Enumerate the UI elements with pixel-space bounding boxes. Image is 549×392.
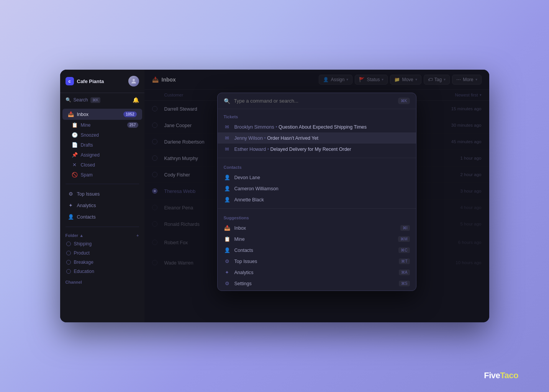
cp-ticket-label: Esther Howard • Delayed Delivery for My … [234, 147, 410, 152]
spam-icon: 🚫 [72, 172, 78, 178]
channel-section-label: Channel [60, 276, 144, 286]
contact-name: Devon Lane [234, 175, 410, 180]
cp-suggestion-inbox[interactable]: 📥 Inbox ⌘I [218, 222, 416, 234]
inbox-label: Inbox [77, 112, 89, 117]
folder-dot [66, 242, 71, 246]
inbox-badge: 1052 [123, 111, 136, 117]
sidebar-nav: 📥 Inbox 1052 📋 Mine 257 🕐 Snoozed 📄 Draf… [60, 107, 144, 181]
suggestion-kbd: ⌘S [399, 281, 410, 286]
person-icon: 👤 [224, 186, 231, 191]
folder-dot [66, 260, 71, 265]
folder-item-shipping[interactable]: Shipping [62, 239, 142, 248]
bell-icon[interactable]: 🔔 [133, 97, 139, 103]
analytics-icon: ✦ [68, 203, 74, 208]
cp-divider [218, 158, 416, 158]
contact-name: Cameron Williamson [234, 186, 410, 191]
contact-name: Annette Black [234, 197, 410, 203]
cp-suggestion-top-issues[interactable]: ⚙ Top Issues ⌘T [218, 256, 416, 267]
search-label: Search [74, 97, 88, 103]
cp-contact-item[interactable]: 👤 Annette Black [218, 194, 416, 205]
mail-icon: ✉ [224, 135, 231, 141]
sidebar-item-spam[interactable]: 🚫 Spam [68, 170, 142, 180]
sidebar-header: c Cafe Pianta [60, 70, 144, 93]
cp-contact-item[interactable]: 👤 Devon Lane [218, 172, 416, 183]
top-issues-icon: ⚙ [68, 191, 74, 197]
sidebar-item-drafts[interactable]: 📄 Drafts [68, 140, 142, 150]
sidebar-item-assigned[interactable]: 📌 Assigned [68, 150, 142, 160]
channel-label: Channel [66, 280, 82, 284]
suggestion-kbd: ⌘T [399, 258, 410, 264]
suggestion-kbd: ⌘I [400, 225, 410, 231]
folder-section-label: Folder ▲ + [60, 229, 144, 239]
cp-tickets-label: Tickets [218, 113, 416, 121]
mail-icon: ✉ [224, 124, 231, 130]
folder-label: Folder ▲ [66, 233, 84, 238]
assigned-label: Assigned [81, 152, 100, 158]
mine-icon: 📋 [72, 122, 78, 128]
suggestion-label: Top Issues [234, 259, 395, 264]
cp-suggestion-mine[interactable]: 📋 Mine ⌘M [218, 234, 416, 245]
sidebar-item-analytics[interactable]: ✦ Analytics [62, 200, 142, 211]
search-shortcut: ⌘K [90, 97, 101, 103]
snoozed-label: Snoozed [81, 132, 99, 138]
branding: FiveTaco [484, 371, 518, 381]
sidebar-item-snoozed[interactable]: 🕐 Snoozed [68, 130, 142, 140]
mine-badge: 257 [127, 122, 138, 128]
cp-suggestion-contacts[interactable]: 👤 Contacts ⌘C [218, 245, 416, 256]
folder-item-education[interactable]: Education [62, 267, 142, 276]
cp-tickets-section: Tickets ✉ Brooklyn Simmons • Question Ab… [218, 109, 416, 156]
sidebar-item-inbox[interactable]: 📥 Inbox 1052 [62, 109, 142, 120]
user-avatar[interactable] [128, 76, 139, 87]
sidebar-item-top-issues[interactable]: ⚙ Top Issues [62, 188, 142, 199]
sidebar-divider-2 [66, 227, 139, 227]
search-box[interactable]: 🔍 Search ⌘K [66, 97, 101, 103]
snoozed-icon: 🕐 [72, 132, 78, 138]
settings-suggest-icon: ⚙ [224, 281, 231, 286]
drafts-label: Drafts [81, 142, 93, 148]
inbox-icon: 📥 [68, 111, 74, 117]
contacts-suggest-icon: 👤 [224, 247, 231, 253]
sidebar-divider-1 [66, 184, 139, 184]
cp-ticket-item[interactable]: ✉ Jenny Wilson • Order Hasn't Arrived Ye… [218, 132, 416, 144]
brand-name: Cafe Pianta [77, 78, 104, 84]
suggestion-kbd: ⌘C [398, 247, 410, 253]
command-palette-overlay[interactable]: 🔍 ⌘K Tickets ✉ Brooklyn Simmons • Questi… [144, 70, 489, 322]
closed-label: Closed [81, 162, 95, 168]
folder-item-product[interactable]: Product [62, 248, 142, 258]
sidebar-item-contacts[interactable]: 👤 Contacts [62, 211, 142, 222]
search-icon: 🔍 [66, 97, 71, 103]
cp-search-icon: 🔍 [224, 98, 230, 104]
folder-item-breakage[interactable]: Breakage [62, 258, 142, 267]
inbox-suggest-icon: 📥 [224, 225, 231, 231]
search-row: 🔍 Search ⌘K 🔔 [60, 93, 144, 107]
spam-label: Spam [81, 172, 93, 178]
app-window: c Cafe Pianta 🔍 Search ⌘K 🔔 📥 Inbox 1052 [60, 70, 489, 322]
cp-search-input[interactable] [234, 98, 394, 104]
analytics-label: Analytics [77, 203, 96, 208]
cp-suggestions-label: Suggestions [218, 214, 416, 222]
folder-education-label: Education [74, 269, 94, 274]
sidebar: c Cafe Pianta 🔍 Search ⌘K 🔔 📥 Inbox 1052 [60, 70, 144, 322]
mine-suggest-icon: 📋 [224, 236, 231, 242]
sidebar-item-mine[interactable]: 📋 Mine 257 [68, 120, 142, 130]
cp-contact-item[interactable]: 👤 Cameron Williamson [218, 183, 416, 194]
cp-ticket-item[interactable]: ✉ Esther Howard • Delayed Delivery for M… [218, 144, 416, 155]
brand-icon: c [66, 77, 74, 85]
sidebar-item-closed[interactable]: ✕ Closed [68, 160, 142, 170]
suggestion-label: Mine [234, 237, 395, 242]
cp-suggestion-settings[interactable]: ⚙ Settings ⌘S [218, 278, 416, 289]
folder-product-label: Product [74, 250, 90, 256]
cp-suggestion-analytics[interactable]: ✦ Analytics ⌘A [218, 267, 416, 278]
mine-label: Mine [81, 122, 91, 128]
cp-shortcut: ⌘K [398, 98, 410, 104]
add-folder-button[interactable]: + [136, 233, 139, 238]
folder-shipping-label: Shipping [74, 241, 92, 247]
contacts-label: Contacts [77, 214, 96, 220]
inbox-subnav: 📋 Mine 257 🕐 Snoozed 📄 Drafts 📌 Assigned [60, 120, 144, 180]
cp-divider-2 [218, 208, 416, 209]
sidebar-bottom-nav: ⚙ Top Issues ✦ Analytics 👤 Contacts [60, 186, 144, 224]
suggestion-kbd: ⌘A [399, 270, 410, 275]
analytics-suggest-icon: ✦ [224, 270, 231, 275]
suggestion-label: Inbox [234, 225, 397, 231]
cp-ticket-item[interactable]: ✉ Brooklyn Simmons • Question About Expe… [218, 121, 416, 132]
